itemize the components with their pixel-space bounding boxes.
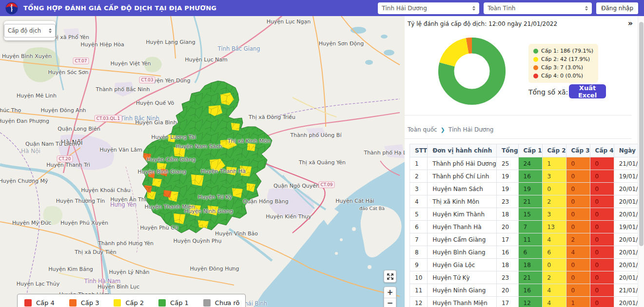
cell: 0 (566, 170, 590, 183)
table-row[interactable]: 11Huyện Ninh Giang201640021/01/2022 (410, 284, 644, 297)
map-label: Huyện Bình Giang (137, 169, 186, 175)
map-canvas[interactable]: Thị xã Phổ YênHuyện Hiệp HòaHuyện Lạng G… (0, 16, 405, 307)
login-button[interactable]: Đăng nhập (596, 2, 638, 14)
cell: 18 (496, 208, 518, 221)
map-label: Hà Nội (21, 148, 40, 154)
chart-legend-label: Cấp 3: 7 (3.0%) (541, 64, 583, 71)
cell: Huyện Kim Thành (428, 208, 497, 221)
map-label: Huyện Lạc Thủy (17, 281, 60, 287)
table-row[interactable]: 7Huyện Cẩm Giàng171142020/01/2022 (410, 233, 644, 246)
cell: 0 (542, 259, 566, 271)
cell: 4 (410, 195, 428, 208)
cell: Huyện Thanh Hà (428, 221, 497, 233)
cell: 12 (518, 297, 542, 307)
column-header: Cấp 2 (542, 144, 566, 157)
table-row[interactable]: 1Thành phố Hải Dương252410021/01/2022 (410, 157, 644, 170)
cell: 11 (410, 284, 428, 297)
table-row[interactable]: 5Huyện Kim Thành181530020/01/2022 (410, 208, 644, 221)
table-row[interactable]: 4Thị xã Kinh Môn232120020/01/2022 (410, 195, 644, 208)
level-filter-select[interactable]: Cấp độ dịch (4, 24, 56, 38)
divider (405, 138, 631, 139)
map-zoom-control: + − (384, 287, 396, 307)
cell: 4 (542, 284, 566, 297)
cell: Huyện Tứ Kỳ (428, 271, 497, 284)
district-table: STTĐơn vị hành chínhTổngCấp 1Cấp 2Cấp 3C… (410, 144, 644, 307)
cell: 0 (590, 183, 614, 195)
export-excel-button[interactable]: Xuất Excel (569, 84, 606, 98)
scope-select-value: Toàn Tỉnh (488, 5, 515, 12)
cell: 23 (496, 195, 518, 208)
level-filter-value: Cấp độ dịch (8, 27, 41, 34)
table-row[interactable]: 8Huyện Bình Giang16664020/01/2022 (410, 246, 644, 259)
column-header: STT (410, 144, 428, 157)
cell: 7 (410, 233, 428, 246)
map-label: Huyện Sóc Sơn (48, 69, 89, 76)
column-header: Cấp 3 (566, 144, 590, 157)
zoom-in-button[interactable]: + (384, 287, 396, 298)
map-label: Huyện Tứ Kỳ (198, 194, 232, 200)
map-label: Huyện Lạng Giang (146, 39, 195, 45)
map-label: Huyện Bình Xuyên (2, 53, 52, 59)
scope-select[interactable]: Toàn Tỉnh (484, 2, 592, 14)
page-title: TỔNG HỢP ĐÁNH GIÁ CẤP ĐỘ DỊCH TẠI ĐỊA PH… (23, 4, 216, 12)
table-row[interactable]: 6Huyện Thanh Hà207130019/01/2022 (410, 221, 644, 233)
zoom-out-button[interactable]: − (384, 298, 396, 307)
map-label: Huyện Việt Yên (111, 60, 151, 67)
cell: 0 (566, 208, 590, 221)
cell: 21 (518, 271, 542, 284)
province-select[interactable]: Tỉnh Hải Dương (378, 2, 479, 14)
map-label: Huyện Lương Tài (151, 134, 196, 140)
table-row[interactable]: 12Huyện Thanh Miện171241020/01/2022 (410, 297, 644, 307)
cell: 0 (590, 297, 614, 307)
map-label: Huyện Cẩm Giàng (147, 156, 195, 163)
map-label: Huyện Đông Anh (40, 107, 86, 114)
legend-label: Cấp 3 (81, 299, 99, 307)
chart-title: Tỷ lệ đánh giá cấp độ dịch: 12:00 ngày 2… (408, 20, 557, 27)
table-header-row: STTĐơn vị hành chínhTổngCấp 1Cấp 2Cấp 3C… (410, 144, 644, 157)
cell: 24 (518, 157, 542, 170)
road-badge: CT.07 (73, 58, 89, 64)
breadcrumb-current[interactable]: Tỉnh Hải Dương (449, 126, 494, 133)
cell: 6 (410, 221, 428, 233)
table-row[interactable]: 9Huyện Gia Lộc181800020/01/2022 (410, 259, 644, 271)
table-row[interactable]: 10Huyện Tứ Kỳ232120020/01/2022 (410, 271, 644, 284)
map-label: Huyện Đan Phượng (0, 118, 49, 124)
map-label: Huyện Lý Nhân (109, 269, 149, 275)
fullscreen-button[interactable] (384, 270, 396, 283)
chart-legend-label: Cấp 1: 186 (79.1%) (541, 48, 593, 54)
breadcrumb: Toàn quốc ❯ Tỉnh Hải Dương (408, 126, 493, 133)
map-label: Quận Hồng Bàng (243, 198, 289, 205)
map-label: Huyện Kim Bảng (48, 266, 93, 272)
map-label: Huyện Mỹ Đức (12, 220, 51, 226)
scrollbar-thumb[interactable] (639, 22, 644, 246)
collapse-panel-icon[interactable]: » (628, 19, 633, 27)
legend-label: Chưa rõ (215, 299, 240, 307)
table-row[interactable]: 3Huyện Nam Sách191900020/01/2022 (410, 183, 644, 195)
legend-dot (533, 57, 538, 62)
cell: 3 (410, 183, 428, 195)
table-row[interactable]: 2Thành phố Chí Linh191630019/01/2022 (410, 170, 644, 183)
page-scrollbar[interactable] (638, 16, 644, 307)
cell: 4 (566, 246, 590, 259)
fullscreen-icon (387, 273, 394, 280)
cell: 0 (590, 271, 614, 284)
map-label: Thành phố Hạ Long (364, 150, 405, 156)
cell: 11 (518, 233, 542, 246)
chevron-right-icon: ❯ (441, 127, 445, 133)
map-label: đảo Cát Bà (359, 206, 385, 211)
level-donut-chart[interactable] (429, 28, 515, 114)
column-header: Cấp 4 (590, 144, 614, 157)
select-updown-icon (49, 28, 52, 33)
cell: 0 (566, 221, 590, 233)
cell: 20 (496, 221, 518, 233)
road-badge: CT.03.QL.1 (95, 115, 122, 122)
map-label: Huyện Nam Sách (176, 143, 222, 150)
legend-swatch (114, 299, 121, 307)
map-label: Huyện Gia Bình (135, 119, 176, 126)
cell: 19 (518, 183, 542, 195)
cell: 17 (496, 233, 518, 246)
map-label: Hưng Yên (110, 201, 137, 208)
cell: 0 (590, 221, 614, 233)
breadcrumb-home[interactable]: Toàn quốc (408, 126, 437, 133)
cell: 0 (590, 233, 614, 246)
